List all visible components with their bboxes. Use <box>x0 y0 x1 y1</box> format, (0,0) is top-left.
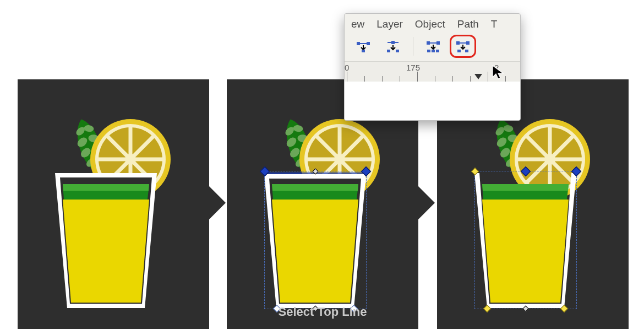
menu-object[interactable]: Object <box>415 18 445 30</box>
insert-node-button[interactable] <box>350 35 376 58</box>
selection-bounding-box <box>264 171 367 309</box>
node-toolbar <box>345 33 520 62</box>
svg-rect-49 <box>357 42 360 45</box>
break-path-button[interactable] <box>450 35 476 58</box>
svg-rect-52 <box>362 50 365 52</box>
ruler-label: 2 <box>494 63 499 72</box>
svg-point-31 <box>334 154 345 165</box>
step-caption: Select Top Line <box>227 305 418 319</box>
menubar: ew Layer Object Path T <box>345 14 520 33</box>
svg-rect-57 <box>396 50 399 52</box>
illustration-select-top <box>254 112 391 316</box>
step-arrow-1 <box>209 186 226 219</box>
svg-rect-64 <box>456 41 460 45</box>
menu-layer[interactable]: Layer <box>376 18 403 30</box>
svg-rect-61 <box>427 50 430 52</box>
step-arrow-2 <box>418 186 435 219</box>
svg-point-15 <box>125 154 136 165</box>
svg-rect-58 <box>427 41 430 45</box>
svg-rect-67 <box>457 50 461 52</box>
svg-rect-65 <box>466 41 470 45</box>
step-panel-1 <box>18 79 209 329</box>
join-nodes-button[interactable] <box>420 35 446 58</box>
toolbar-separator <box>413 37 413 56</box>
menu-trunc[interactable]: T <box>491 18 498 30</box>
illustration-before <box>45 112 182 316</box>
canvas-area[interactable] <box>345 82 520 120</box>
svg-rect-53 <box>391 41 395 44</box>
svg-rect-50 <box>367 42 370 45</box>
svg-point-48 <box>544 154 555 165</box>
glass <box>55 173 157 308</box>
delete-node-button[interactable] <box>380 35 406 58</box>
inkscape-ui-snippet: ew Layer Object Path T 0 175 2 <box>344 13 521 121</box>
menu-path[interactable]: Path <box>457 18 479 30</box>
ruler-label: 0 <box>345 63 349 72</box>
ruler-label: 175 <box>406 63 420 72</box>
svg-rect-56 <box>387 50 390 52</box>
svg-rect-68 <box>465 50 468 52</box>
svg-rect-62 <box>432 50 435 52</box>
menu-view[interactable]: ew <box>351 18 364 30</box>
selection-bounding-box <box>474 171 577 309</box>
illustration-after <box>465 112 601 316</box>
svg-rect-59 <box>436 41 440 45</box>
svg-rect-63 <box>436 50 439 52</box>
ruler: 0 175 2 <box>345 62 520 82</box>
